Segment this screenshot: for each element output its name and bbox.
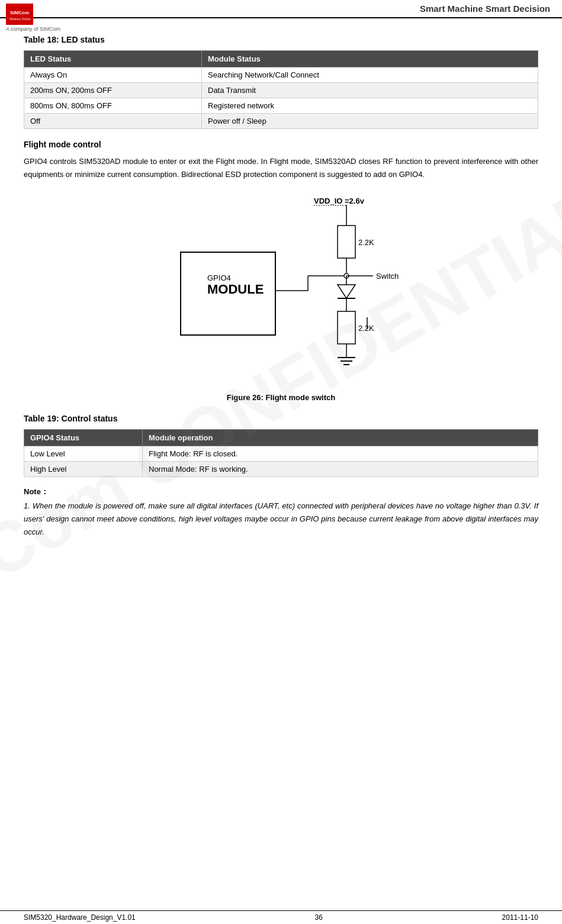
table18-cell-2-1: Registered network [202, 98, 538, 114]
table18-cell-3-0: Off [24, 114, 202, 129]
table18-col1-header: LED Status [24, 51, 202, 67]
table19-col1-header: GPIO4 Status [24, 430, 143, 446]
note-body: 1. When the module is powered off, make … [24, 500, 538, 539]
table18-row: 800ms ON, 800ms OFFRegistered network [24, 98, 538, 114]
figure-26-container: MODULE GPIO4 VDD_IO =2.6v 2.2K Switch [24, 193, 538, 402]
table19-col2-header: Module operation [143, 430, 538, 446]
footer-date: 2011-11-10 [502, 913, 538, 922]
table18-cell-0-0: Always On [24, 67, 202, 83]
table19-row: High LevelNormal Mode: RF is working. [24, 462, 538, 477]
flight-mode-section: Flight mode control GPIO4 controls SIM53… [24, 140, 538, 181]
svg-text:SIMCom: SIMCom [10, 10, 29, 15]
table18-caption: Table 18: LED status [24, 35, 538, 44]
table19-cell-0-0: Low Level [24, 446, 143, 462]
company-subtext: A company of SIMCom [6, 26, 60, 32]
svg-text:MODULE: MODULE [207, 282, 264, 297]
svg-rect-22 [338, 311, 355, 344]
simcom-logo-icon: SIMCom Wireless Solutions [8, 6, 31, 22]
table18-cell-0-1: Searching Network/Call Connect [202, 67, 538, 83]
flight-mode-paragraph: GPIO4 controls SIM5320AD module to enter… [24, 155, 538, 181]
table18-cell-3-1: Power off / Sleep [202, 114, 538, 129]
svg-text:GPIO4: GPIO4 [207, 273, 231, 282]
svg-text:2.2K: 2.2K [358, 238, 374, 247]
svg-rect-10 [338, 226, 355, 258]
page-header: SIMCom Wireless Solutions A company of S… [0, 0, 562, 18]
logo-area: SIMCom Wireless Solutions A company of S… [6, 4, 60, 32]
table18-header-row: LED Status Module Status [24, 51, 538, 67]
table18-cell-1-0: 200ms ON, 200ms OFF [24, 83, 202, 98]
header-title: Smart Machine Smart Decision [420, 4, 550, 14]
page-footer: SIM5320_Hardware_Design_V1.01 36 2011-11… [0, 910, 562, 924]
table19-cell-1-0: High Level [24, 462, 143, 477]
table19-row: Low LevelFlight Mode: RF is closed. [24, 446, 538, 462]
table18-col2-header: Module Status [202, 51, 538, 67]
table19-cell-0-1: Flight Mode: RF is closed. [143, 446, 538, 462]
main-content: Table 18: LED status LED Status Module S… [0, 18, 562, 545]
table19-cell-1-1: Normal Mode: RF is working. [143, 462, 538, 477]
table18-cell-1-1: Data Transmit [202, 83, 538, 98]
note-title: Note： [24, 487, 538, 497]
table19-header-row: GPIO4 Status Module operation [24, 430, 538, 446]
table19-caption: Table 19: Control status [24, 414, 538, 423]
figure26-caption: Figure 26: Flight mode switch [227, 393, 335, 402]
flight-mode-heading: Flight mode control [24, 140, 538, 149]
svg-text:Wireless Solutions: Wireless Solutions [9, 17, 31, 21]
table18-row: 200ms ON, 200ms OFFData Transmit [24, 83, 538, 98]
figure-26-svg: MODULE GPIO4 VDD_IO =2.6v 2.2K Switch [163, 193, 400, 388]
table-19: GPIO4 Status Module operation Low LevelF… [24, 429, 538, 477]
table18-cell-2-0: 800ms ON, 800ms OFF [24, 98, 202, 114]
table-18: LED Status Module Status Always OnSearch… [24, 50, 538, 129]
svg-text:VDD_IO =2.6v: VDD_IO =2.6v [314, 197, 365, 205]
footer-page-number: 36 [315, 913, 323, 922]
footer-doc-name: SIM5320_Hardware_Design_V1.01 [24, 913, 136, 922]
svg-text:Switch: Switch [376, 272, 399, 281]
svg-marker-18 [338, 285, 355, 298]
table18-row: OffPower off / Sleep [24, 114, 538, 129]
table18-row: Always OnSearching Network/Call Connect [24, 67, 538, 83]
svg-text:2.2K: 2.2K [358, 324, 374, 333]
note-section: Note： 1. When the module is powered off,… [24, 487, 538, 539]
